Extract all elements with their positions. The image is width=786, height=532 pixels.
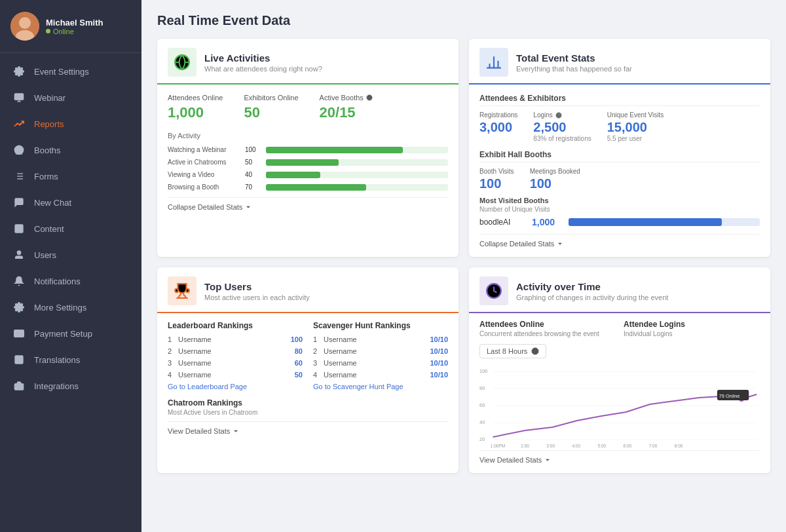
activity-label: Watching a Webinar xyxy=(168,146,240,153)
activity-bars: Watching a Webinar 100 Active in Chatroo… xyxy=(168,146,448,191)
sidebar-item-integrations[interactable]: Integrations xyxy=(0,373,141,399)
users-icon xyxy=(13,249,25,261)
rank-number: 3 xyxy=(168,359,174,367)
globe-icon xyxy=(174,54,191,71)
sidebar-item-payment[interactable]: Payment Setup xyxy=(0,320,141,347)
svg-text:60: 60 xyxy=(479,402,485,408)
activity-label: Viewing a Video xyxy=(168,171,240,178)
activity-row: Browsing a Booth 70 xyxy=(168,183,448,191)
sidebar-item-content[interactable]: Content xyxy=(0,216,141,242)
activity-time-title: Activity over Time xyxy=(516,281,668,292)
svg-text:7:00: 7:00 xyxy=(649,444,658,448)
clock-small-icon xyxy=(531,347,539,355)
most-visited-name: boodleAI xyxy=(479,218,525,227)
sidebar-item-label: More Settings xyxy=(34,303,86,313)
chatroom-sub: Most Active Users in Chatroom xyxy=(168,409,448,416)
activity-time-subtitle: Graphing of changes in activity during t… xyxy=(516,294,668,301)
collapse-detailed-stats-link[interactable]: Collapse Detailed Stats xyxy=(168,197,448,211)
sidebar-item-notifications[interactable]: Notifications xyxy=(0,268,141,294)
sidebar-item-new-chat[interactable]: New Chat xyxy=(0,189,141,216)
activity-time-icon-wrap xyxy=(479,276,508,305)
clock-icon xyxy=(485,282,502,299)
sidebar-item-label: Translations xyxy=(34,355,80,365)
unique-visits-sub: 5.5 per user xyxy=(607,135,664,142)
rank-number: 1 xyxy=(313,335,320,343)
view-detailed-stats-link[interactable]: View Detailed Stats xyxy=(168,421,448,435)
activity-bar xyxy=(266,184,366,191)
attendees-online-stat: Attendees Online 1,000 xyxy=(168,94,223,121)
activity-row: Watching a Webinar 100 xyxy=(168,146,448,153)
svg-text:6:00: 6:00 xyxy=(624,444,632,448)
activity-bar xyxy=(266,159,339,166)
activity-label: Active in Chatrooms xyxy=(168,159,240,166)
rank-score: 10/10 xyxy=(430,347,448,355)
avatar xyxy=(10,12,39,41)
total-event-stats-header: Total Event Stats Everything that has ha… xyxy=(469,39,770,85)
scavenger-row: 1 Username 10/10 xyxy=(313,335,448,343)
leaderboard-rows: 1 Username 100 2 Username 80 3 Username … xyxy=(168,335,303,379)
collapse-stats-link[interactable]: Collapse Detailed Stats xyxy=(479,234,760,248)
sidebar-item-label: Booths xyxy=(34,145,60,155)
sidebar-item-event-settings[interactable]: Event Settings xyxy=(0,58,141,85)
attendee-logins-col: Attendee Logins Individual Logins xyxy=(624,320,760,337)
scavenger-row: 3 Username 10/10 xyxy=(313,359,448,367)
sidebar-item-forms[interactable]: Forms xyxy=(0,163,141,189)
chevron-down-icon xyxy=(245,204,252,210)
time-filter-dropdown[interactable]: Last 8 Hours xyxy=(479,344,546,358)
exhibitors-online-value: 50 xyxy=(244,104,298,121)
sidebar-item-booths[interactable]: Booths xyxy=(0,137,141,163)
total-stats-body: Attendees & Exhibitors Registrations 3,0… xyxy=(469,85,770,257)
view-detailed-link[interactable]: View Detailed Stats xyxy=(479,450,760,464)
svg-text:5:00: 5:00 xyxy=(598,444,607,448)
sidebar-item-label: Payment Setup xyxy=(34,329,92,339)
rank-number: 2 xyxy=(168,347,174,355)
attendee-logins-col-title: Attendee Logins xyxy=(624,320,760,329)
leaderboard-page-link[interactable]: Go to Leaderboard Page xyxy=(168,383,303,390)
user-name: Michael Smith xyxy=(46,18,131,28)
sidebar-item-label: New Chat xyxy=(34,198,71,208)
live-stats-row: Attendees Online 1,000 Exhibitors Online… xyxy=(168,94,448,121)
attendees-online-value: 1,000 xyxy=(168,104,223,121)
rank-number: 1 xyxy=(168,335,174,343)
booth-visits-label: Booth Visits xyxy=(479,168,514,175)
scavenger-page-link[interactable]: Go to Scavenger Hunt Page xyxy=(313,383,448,390)
rank-score: 10/10 xyxy=(430,371,448,379)
rank-number: 4 xyxy=(313,371,320,379)
sidebar-item-more-settings[interactable]: More Settings xyxy=(0,294,141,320)
user-profile[interactable]: Michael Smith Online xyxy=(0,0,141,53)
svg-text:40: 40 xyxy=(479,419,485,425)
rank-score: 10/10 xyxy=(430,335,448,343)
sidebar-item-users[interactable]: Users xyxy=(0,242,141,268)
scavenger-row: 2 Username 10/10 xyxy=(313,347,448,355)
activity-bar-wrap xyxy=(266,172,448,178)
sidebar-item-translations[interactable]: Translations xyxy=(0,347,141,373)
leaderboard-row: 1 Username 100 xyxy=(168,335,303,343)
svg-rect-19 xyxy=(14,330,24,337)
svg-text:100: 100 xyxy=(479,368,487,374)
sidebar-item-reports[interactable]: Reports xyxy=(0,111,141,137)
rank-username: Username xyxy=(178,347,291,355)
line-chart-svg: 100 80 60 40 20 xyxy=(479,365,760,450)
rank-username: Username xyxy=(324,335,426,343)
svg-text:8:00: 8:00 xyxy=(675,444,683,448)
sidebar: Michael Smith Online Event Settings Webi… xyxy=(0,0,141,532)
chevron-down-icon-2 xyxy=(557,240,563,247)
rank-username: Username xyxy=(178,335,287,343)
exhibitors-online-label: Exhibitors Online xyxy=(244,94,298,102)
rank-username: Username xyxy=(178,371,291,379)
sidebar-item-label: Reports xyxy=(34,119,64,129)
total-stats-title: Total Event Stats xyxy=(516,52,632,64)
translate-icon xyxy=(13,354,25,366)
sidebar-item-label: Notifications xyxy=(34,276,81,286)
sidebar-item-webinar[interactable]: Webinar xyxy=(0,85,141,111)
rank-score: 60 xyxy=(295,359,303,367)
sidebar-item-label: Event Settings xyxy=(34,67,89,77)
svg-text:1:00PM: 1:00PM xyxy=(491,444,506,448)
main-content: Real Time Event Data Live Activities Wha… xyxy=(141,0,786,532)
chevron-down-icon-3 xyxy=(233,428,239,434)
attendee-logins-col-sub: Individual Logins xyxy=(624,330,760,337)
forms-icon xyxy=(13,170,25,182)
registrations-row: Registrations 3,000 Logins 2,500 83% of … xyxy=(479,111,760,142)
most-visited-sub: Number of Unique Visits xyxy=(479,206,760,213)
logins-stat: Logins 2,500 83% of registrations xyxy=(533,111,591,142)
